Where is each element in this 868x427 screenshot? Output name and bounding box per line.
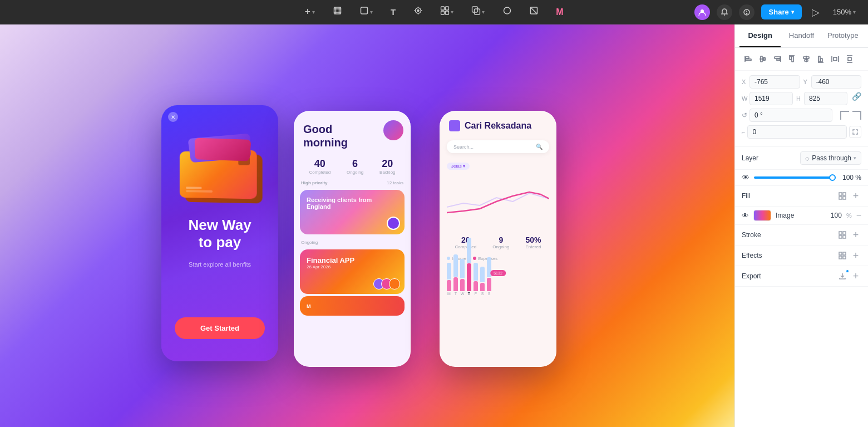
mini-avatar-3: [389, 278, 400, 289]
svg-rect-57: [843, 235, 846, 238]
svg-rect-54: [839, 232, 842, 234]
zoom-value: 150%: [833, 8, 851, 16]
ellipse-tool-button[interactable]: [499, 4, 515, 20]
clip-input[interactable]: 0: [747, 125, 847, 139]
svg-rect-53: [843, 197, 846, 199]
phone3-stat2-num: 9: [492, 235, 509, 244]
share-button[interactable]: Share ▾: [761, 4, 802, 19]
share-button-label: Share: [769, 8, 789, 16]
effects-section-header: Effects +: [735, 246, 868, 266]
phone3-search-bar[interactable]: Search... 🔍: [447, 140, 549, 153]
x-input[interactable]: -765: [749, 75, 800, 89]
pen-tool-button[interactable]: [410, 4, 426, 20]
logo-button[interactable]: M: [553, 5, 566, 19]
fill-section-title: Fill: [742, 192, 750, 200]
fill-options-icon[interactable]: [837, 190, 848, 202]
zoom-dropdown-arrow: ▾: [853, 9, 856, 15]
fill-preview-swatch[interactable]: [753, 210, 771, 221]
pen-icon: [413, 6, 422, 18]
bar-expense-f: [474, 281, 478, 291]
text-icon: T: [391, 7, 396, 17]
export-notification-dot: [846, 269, 849, 273]
bar-income-m: [447, 263, 451, 279]
phone1-title: New Way to pay: [161, 217, 278, 251]
fill-opacity-value[interactable]: 100: [828, 212, 842, 219]
canvas-area[interactable]: ✕ New Way to pay Start explore all benfi: [0, 24, 734, 427]
fill-remove-button[interactable]: −: [856, 211, 861, 220]
opacity-slider[interactable]: [754, 176, 836, 179]
align-right-button[interactable]: [771, 52, 784, 66]
zoom-control[interactable]: 150% ▾: [830, 6, 859, 18]
layer-blend-mode[interactable]: ◇ Pass through ▾: [800, 151, 861, 165]
distribute-v-button[interactable]: [843, 52, 856, 66]
phone1-cta-button[interactable]: Get Started: [175, 317, 265, 339]
opacity-value[interactable]: 100 %: [840, 174, 861, 181]
svg-rect-13: [445, 7, 448, 10]
fill-add-button[interactable]: +: [850, 190, 861, 202]
mask-tool-button[interactable]: ▾: [468, 4, 488, 20]
fill-item: 👁 Image 100 % −: [735, 207, 868, 225]
fill-visibility-icon[interactable]: 👁: [742, 212, 749, 220]
right-panel: Design Handoff Prototype: [734, 24, 868, 427]
svg-rect-55: [843, 232, 846, 234]
align-top-button[interactable]: [785, 52, 798, 66]
h-input[interactable]: 825: [804, 92, 847, 105]
visibility-toggle[interactable]: 👁: [742, 173, 749, 182]
export-settings-icon[interactable]: [837, 271, 848, 282]
crop-tool-button[interactable]: [526, 4, 541, 20]
stroke-add-button[interactable]: +: [850, 229, 861, 241]
phone2-stat2-num: 6: [347, 158, 363, 170]
add-tool-button[interactable]: + ▾: [301, 4, 318, 20]
bar-group-s1: S: [480, 267, 485, 296]
components-dropdown-arrow: ▾: [451, 9, 453, 15]
layer-row: Layer ◇ Pass through ▾: [742, 151, 861, 165]
user-avatar-1[interactable]: [694, 4, 710, 20]
expand-icon[interactable]: [849, 126, 861, 138]
align-center-v-button[interactable]: [756, 52, 770, 66]
svg-rect-51: [843, 193, 846, 195]
text-tool-button[interactable]: T: [387, 5, 399, 19]
play-button[interactable]: ▷: [808, 4, 823, 21]
export-add-button[interactable]: +: [850, 271, 861, 282]
tab-handoff[interactable]: Handoff: [781, 24, 822, 47]
frame-tool-button[interactable]: [329, 4, 345, 20]
highlight-badge: $132: [490, 270, 506, 276]
align-left-button[interactable]: [742, 52, 755, 66]
phone2-tasks-count: 12 tasks: [387, 180, 403, 185]
comment-icon[interactable]: [739, 4, 754, 20]
align-bottom-button[interactable]: [814, 52, 827, 66]
svg-rect-36: [790, 56, 791, 60]
svg-rect-34: [777, 59, 780, 61]
phone-mockup-2: Goodmorning 40 Completed 6 Ongoing 20 Ba…: [294, 111, 411, 367]
tab-prototype[interactable]: Prototype: [822, 24, 864, 47]
phone1-close-btn[interactable]: ✕: [168, 112, 178, 122]
svg-rect-0: [334, 7, 341, 14]
stroke-options-icon[interactable]: [837, 229, 848, 241]
bar-group-f: F: [474, 263, 478, 296]
phone3-stat3-num: 50%: [525, 235, 541, 244]
align-middle-h-button[interactable]: [800, 52, 813, 66]
svg-rect-43: [821, 58, 822, 62]
notification-icon[interactable]: [717, 4, 732, 20]
tab-design[interactable]: Design: [739, 24, 781, 47]
shape-tool-button[interactable]: ▾: [356, 4, 376, 20]
phone3-stat1-label: Completed: [455, 244, 477, 249]
components-tool-button[interactable]: ▾: [437, 4, 457, 20]
bar-income-s1: [480, 267, 485, 282]
toolbar-center: + ▾ ▾ T: [301, 4, 566, 20]
rotation-input[interactable]: 0 °: [749, 109, 832, 122]
play-icon: ▷: [812, 6, 820, 18]
toolbar: + ▾ ▾ T: [0, 0, 868, 24]
phone3-filter-pill[interactable]: Jelas ▾: [447, 163, 470, 170]
svg-rect-49: [848, 57, 851, 61]
w-input[interactable]: 1519: [749, 92, 793, 105]
lock-proportions-icon[interactable]: 🔗: [852, 92, 861, 105]
phone3-stat3-label: Entered: [525, 244, 541, 249]
svg-rect-58: [839, 252, 842, 255]
phone2-ongoing-label: Ongoing: [294, 238, 410, 247]
effects-options-icon[interactable]: [837, 250, 848, 261]
y-input[interactable]: -460: [811, 75, 862, 89]
effects-add-button[interactable]: +: [850, 250, 861, 261]
distribute-h-button[interactable]: [828, 52, 842, 66]
bar-expense-m: [447, 280, 451, 291]
